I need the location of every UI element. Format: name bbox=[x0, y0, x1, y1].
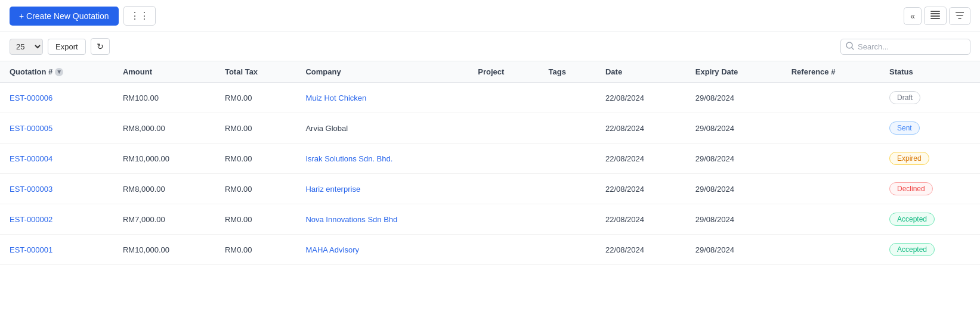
cell-reference-num bbox=[782, 235, 880, 265]
cell-company: Muiz Hot Chicken bbox=[296, 83, 468, 113]
search-container bbox=[840, 39, 970, 55]
quotation-num-link[interactable]: EST-000003 bbox=[10, 185, 52, 194]
cell-reference-num bbox=[782, 174, 880, 204]
col-header-project: Project bbox=[468, 61, 539, 83]
cell-quotation-num: EST-000002 bbox=[0, 204, 113, 235]
status-badge: Accepted bbox=[889, 213, 935, 226]
company-link[interactable]: Hariz enterprise bbox=[305, 185, 360, 194]
toolbar-left: 25 50 100 Export ↻ bbox=[10, 38, 110, 55]
cell-amount: RM10,000.00 bbox=[113, 235, 215, 265]
svg-rect-1 bbox=[930, 13, 940, 14]
search-icon bbox=[846, 42, 854, 52]
company-link[interactable]: Israk Solutions Sdn. Bhd. bbox=[305, 154, 392, 163]
quotation-num-link[interactable]: EST-000002 bbox=[10, 215, 52, 224]
quotation-num-link[interactable]: EST-000006 bbox=[10, 94, 52, 102]
cell-quotation-num: EST-000001 bbox=[0, 235, 113, 265]
top-bar-left: + Create New Quotation ⋮⋮ bbox=[10, 6, 156, 26]
cell-amount: RM10,000.00 bbox=[113, 144, 215, 174]
cell-reference-num bbox=[782, 144, 880, 174]
sort-icon-quotation-num[interactable]: ▼ bbox=[55, 68, 63, 76]
cell-amount: RM8,000.00 bbox=[113, 113, 215, 144]
col-header-tags: Tags bbox=[539, 61, 596, 83]
col-header-expiry-date: Expiry Date bbox=[686, 61, 782, 83]
cell-tags bbox=[539, 174, 596, 204]
quotation-num-link[interactable]: EST-000004 bbox=[10, 154, 52, 163]
grid-view-button[interactable]: ⋮⋮ bbox=[123, 6, 156, 26]
cell-expiry-date: 29/08/2024 bbox=[686, 174, 782, 204]
cell-date: 22/08/2024 bbox=[596, 83, 686, 113]
cell-company: Nova Innovations Sdn Bhd bbox=[296, 204, 468, 235]
cell-project bbox=[468, 144, 539, 174]
cell-status: Expired bbox=[880, 144, 980, 174]
cell-company: MAHA Advisory bbox=[296, 235, 468, 265]
cell-date: 22/08/2024 bbox=[596, 235, 686, 265]
cell-date: 22/08/2024 bbox=[596, 113, 686, 144]
refresh-button[interactable]: ↻ bbox=[91, 38, 110, 55]
table-body: EST-000006RM100.00RM0.00Muiz Hot Chicken… bbox=[0, 83, 980, 265]
table-row: EST-000006RM100.00RM0.00Muiz Hot Chicken… bbox=[0, 83, 980, 113]
cell-date: 22/08/2024 bbox=[596, 144, 686, 174]
create-new-quotation-button[interactable]: + Create New Quotation bbox=[10, 7, 119, 26]
svg-rect-0 bbox=[930, 11, 940, 12]
search-input[interactable] bbox=[858, 42, 965, 51]
cell-status: Declined bbox=[880, 174, 980, 204]
list-view-button[interactable] bbox=[924, 7, 947, 25]
col-header-total-tax: Total Tax bbox=[215, 61, 296, 83]
toolbar: 25 50 100 Export ↻ bbox=[0, 32, 980, 61]
cell-tags bbox=[539, 235, 596, 265]
cell-amount: RM100.00 bbox=[113, 83, 215, 113]
col-header-company: Company bbox=[296, 61, 468, 83]
cell-status: Accepted bbox=[880, 235, 980, 265]
col-header-quotation-num: Quotation # ▼ bbox=[0, 61, 113, 83]
company-link[interactable]: Nova Innovations Sdn Bhd bbox=[305, 215, 397, 224]
quotation-num-link[interactable]: EST-000005 bbox=[10, 124, 52, 133]
table-header: Quotation # ▼ Amount Total Tax Company P… bbox=[0, 61, 980, 83]
svg-rect-3 bbox=[930, 18, 940, 19]
cell-date: 22/08/2024 bbox=[596, 174, 686, 204]
cell-expiry-date: 29/08/2024 bbox=[686, 204, 782, 235]
collapse-button[interactable]: « bbox=[904, 7, 922, 25]
table-row: EST-000002RM7,000.00RM0.00Nova Innovatio… bbox=[0, 204, 980, 235]
cell-project bbox=[468, 204, 539, 235]
svg-line-5 bbox=[852, 48, 854, 49]
cell-tags bbox=[539, 144, 596, 174]
cell-quotation-num: EST-000005 bbox=[0, 113, 113, 144]
cell-total-tax: RM0.00 bbox=[215, 144, 296, 174]
quotations-table: Quotation # ▼ Amount Total Tax Company P… bbox=[0, 61, 980, 265]
cell-amount: RM8,000.00 bbox=[113, 174, 215, 204]
cell-expiry-date: 29/08/2024 bbox=[686, 83, 782, 113]
filter-button[interactable] bbox=[949, 7, 970, 25]
status-badge: Declined bbox=[889, 182, 933, 195]
cell-amount: RM7,000.00 bbox=[113, 204, 215, 235]
top-bar-right: « bbox=[904, 7, 970, 25]
cell-date: 22/08/2024 bbox=[596, 204, 686, 235]
table-row: EST-000003RM8,000.00RM0.00Hariz enterpri… bbox=[0, 174, 980, 204]
cell-tags bbox=[539, 204, 596, 235]
col-header-date: Date bbox=[596, 61, 686, 83]
cell-total-tax: RM0.00 bbox=[215, 174, 296, 204]
cell-status: Sent bbox=[880, 113, 980, 144]
table-row: EST-000004RM10,000.00RM0.00Israk Solutio… bbox=[0, 144, 980, 174]
status-badge: Accepted bbox=[889, 243, 935, 256]
cell-quotation-num: EST-000003 bbox=[0, 174, 113, 204]
company-link[interactable]: MAHA Advisory bbox=[305, 245, 359, 254]
cell-project bbox=[468, 113, 539, 144]
col-header-reference-num: Reference # bbox=[782, 61, 880, 83]
export-button[interactable]: Export bbox=[48, 39, 86, 55]
grid-icon: ⋮⋮ bbox=[130, 11, 149, 21]
status-badge: Draft bbox=[889, 91, 920, 104]
cell-company: Arvia Global bbox=[296, 113, 468, 144]
cell-total-tax: RM0.00 bbox=[215, 83, 296, 113]
cell-expiry-date: 29/08/2024 bbox=[686, 144, 782, 174]
cell-status: Draft bbox=[880, 83, 980, 113]
company-link[interactable]: Muiz Hot Chicken bbox=[305, 94, 366, 102]
cell-expiry-date: 29/08/2024 bbox=[686, 235, 782, 265]
cell-status: Accepted bbox=[880, 204, 980, 235]
quotation-num-link[interactable]: EST-000001 bbox=[10, 245, 52, 254]
filter-icon bbox=[956, 11, 964, 21]
table-row: EST-000005RM8,000.00RM0.00Arvia Global22… bbox=[0, 113, 980, 144]
status-badge: Expired bbox=[889, 152, 929, 165]
cell-reference-num bbox=[782, 83, 880, 113]
cell-project bbox=[468, 83, 539, 113]
per-page-select[interactable]: 25 50 100 bbox=[10, 39, 43, 55]
